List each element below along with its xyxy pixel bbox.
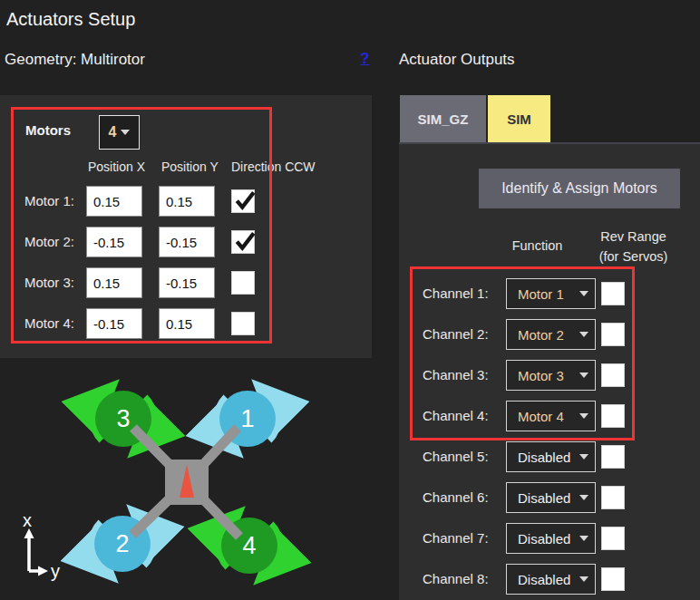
chevron-down-icon bbox=[579, 576, 588, 582]
motors-count-label: Motors bbox=[25, 122, 71, 138]
channel-function-dropdown[interactable]: Disabled bbox=[506, 564, 596, 595]
motor-position-y-input[interactable] bbox=[159, 227, 215, 257]
motor-position-x-input[interactable] bbox=[86, 267, 142, 298]
check-icon bbox=[233, 229, 257, 253]
motor-direction-ccw-checkbox[interactable] bbox=[231, 189, 255, 213]
channel-row: Channel 3: Motor 3 bbox=[399, 360, 700, 391]
chevron-down-icon bbox=[121, 130, 130, 135]
rev-range-column-header: Rev Range(for Servos) bbox=[567, 227, 700, 266]
channel-function-dropdown[interactable]: Disabled bbox=[506, 482, 596, 513]
chevron-down-icon bbox=[579, 454, 588, 460]
chevron-down-icon bbox=[579, 413, 588, 419]
identify-assign-motors-button[interactable]: Identify & Assign Motors bbox=[479, 169, 680, 208]
geometry-section-title: Geometry: Multirotor bbox=[5, 51, 145, 69]
channel-function-dropdown[interactable]: Disabled bbox=[506, 523, 596, 554]
channel-rev-range-checkbox[interactable] bbox=[601, 363, 625, 387]
channel-rev-range-checkbox[interactable] bbox=[601, 323, 625, 346]
axis-y-arrow-icon bbox=[38, 566, 48, 576]
chevron-down-icon bbox=[579, 291, 588, 296]
channel-row: Channel 2: Motor 2 bbox=[399, 319, 700, 350]
motor-row-label: Motor 1: bbox=[24, 193, 74, 208]
motor-direction-ccw-checkbox[interactable] bbox=[231, 230, 255, 254]
channel-row: Channel 5: Disabled bbox=[399, 441, 700, 472]
chevron-down-icon bbox=[579, 536, 588, 541]
chevron-down-icon bbox=[579, 495, 588, 500]
channel-function-value: Disabled bbox=[507, 572, 579, 587]
column-header-position-y: Position Y bbox=[161, 160, 219, 174]
motor-row-label: Motor 4: bbox=[24, 315, 74, 331]
channel-function-value: Motor 3 bbox=[507, 368, 579, 383]
page-title: Actuators Setup bbox=[6, 9, 135, 30]
svg-text:4: 4 bbox=[242, 532, 256, 559]
tab-sim[interactable]: SIM bbox=[488, 95, 550, 142]
channel-function-dropdown[interactable]: Motor 1 bbox=[506, 278, 596, 309]
motor-position-x-input[interactable] bbox=[86, 186, 142, 217]
channel-function-dropdown[interactable]: Motor 4 bbox=[506, 401, 596, 431]
motors-count-value: 4 bbox=[109, 124, 117, 140]
axis-y-label: y bbox=[51, 561, 60, 581]
channel-row-label: Channel 8: bbox=[423, 571, 489, 586]
channel-row: Channel 7: Disabled bbox=[399, 523, 700, 554]
channel-rev-range-checkbox[interactable] bbox=[601, 404, 625, 428]
motor-position-y-input[interactable] bbox=[159, 186, 215, 217]
channel-function-dropdown[interactable]: Disabled bbox=[506, 441, 596, 472]
motor-row: Motor 1: bbox=[0, 186, 372, 217]
channel-row-label: Channel 5: bbox=[423, 449, 489, 464]
channel-rev-range-checkbox[interactable] bbox=[601, 567, 625, 591]
channel-rev-range-checkbox[interactable] bbox=[601, 282, 625, 305]
chevron-down-icon bbox=[579, 332, 588, 337]
channel-function-dropdown[interactable]: Motor 2 bbox=[506, 319, 596, 350]
channel-function-value: Motor 2 bbox=[507, 327, 579, 343]
axis-x-label: x bbox=[23, 510, 32, 530]
motor-position-x-input[interactable] bbox=[86, 308, 142, 339]
svg-text:3: 3 bbox=[116, 405, 130, 432]
channel-function-value: Disabled bbox=[507, 531, 579, 547]
motor-position-y-input[interactable] bbox=[159, 267, 215, 298]
check-icon bbox=[233, 189, 257, 212]
column-header-direction-ccw: Direction CCW bbox=[231, 160, 316, 174]
motor-direction-ccw-checkbox[interactable] bbox=[231, 312, 255, 335]
channel-row: Channel 1: Motor 1 bbox=[399, 278, 700, 309]
channel-row-label: Channel 2: bbox=[423, 326, 489, 342]
motors-count-dropdown[interactable]: 4 bbox=[99, 115, 140, 150]
motor-position-y-input[interactable] bbox=[159, 308, 215, 339]
motor-direction-ccw-checkbox[interactable] bbox=[231, 271, 255, 295]
airframe-diagram: 1 2 3 4 x y bbox=[0, 363, 363, 600]
axis-indicator bbox=[29, 537, 41, 571]
tab-sim-gz[interactable]: SIM_GZ bbox=[400, 95, 486, 142]
svg-text:1: 1 bbox=[240, 405, 254, 432]
channel-row-label: Channel 3: bbox=[423, 367, 489, 382]
motor-row-label: Motor 2: bbox=[24, 234, 74, 249]
channel-row-label: Channel 4: bbox=[423, 408, 489, 423]
channel-row: Channel 6: Disabled bbox=[399, 482, 700, 513]
channel-row: Channel 8: Disabled bbox=[399, 564, 700, 595]
channel-rev-range-checkbox[interactable] bbox=[601, 445, 625, 469]
channel-function-dropdown[interactable]: Motor 3 bbox=[506, 360, 596, 391]
channel-row-label: Channel 1: bbox=[423, 285, 489, 301]
channel-rev-range-checkbox[interactable] bbox=[601, 486, 625, 509]
channel-function-value: Disabled bbox=[507, 490, 579, 506]
channel-function-value: Motor 1 bbox=[507, 286, 579, 302]
geometry-help-link[interactable]: ? bbox=[360, 50, 369, 68]
motor-row: Motor 4: bbox=[0, 308, 372, 339]
svg-text:2: 2 bbox=[115, 530, 129, 557]
actuator-outputs-panel: Identify & Assign Motors Channel 1: Moto… bbox=[399, 142, 700, 600]
channel-rev-range-checkbox[interactable] bbox=[601, 527, 625, 550]
motor-position-x-input[interactable] bbox=[86, 227, 142, 257]
channel-row-label: Channel 7: bbox=[423, 530, 489, 546]
chevron-down-icon bbox=[579, 373, 588, 378]
channel-function-value: Motor 4 bbox=[507, 409, 579, 424]
channel-row: Channel 4: Motor 4 bbox=[399, 401, 700, 431]
actuator-outputs-title: Actuator Outputs bbox=[399, 51, 515, 69]
channel-row-label: Channel 6: bbox=[423, 489, 489, 505]
channel-function-value: Disabled bbox=[507, 450, 579, 465]
motor-row-label: Motor 3: bbox=[24, 275, 74, 290]
motor-row: Motor 2: bbox=[0, 227, 372, 257]
geometry-panel: Motors 4 Position X Position Y Direction… bbox=[0, 95, 372, 358]
column-header-position-x: Position X bbox=[88, 160, 145, 174]
motor-row: Motor 3: bbox=[0, 267, 372, 298]
